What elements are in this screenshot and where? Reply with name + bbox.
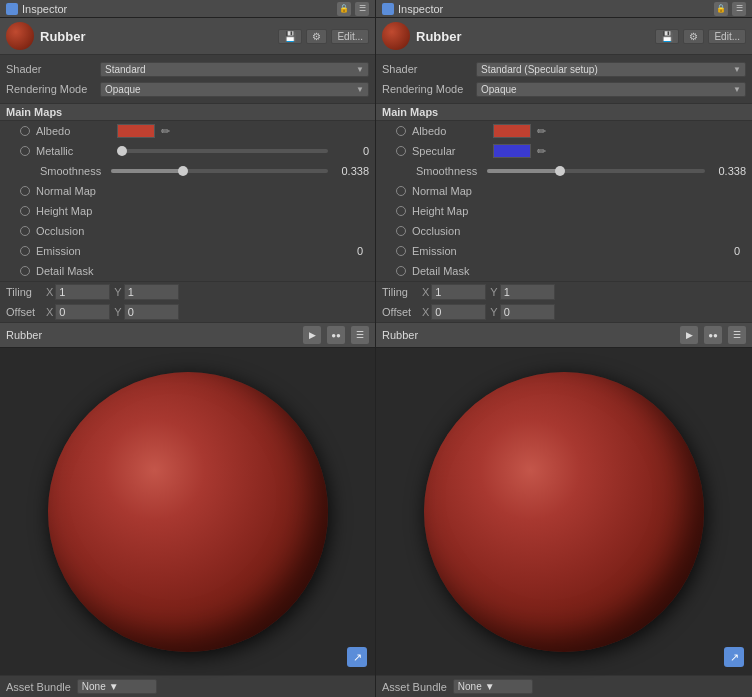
normalmap-label-left: Normal Map (36, 185, 111, 197)
shader-dropdown-right[interactable]: Standard (Specular setup) ▼ (476, 62, 746, 77)
material-settings-btn-right[interactable]: ⚙ (683, 29, 704, 44)
heightmap-label-right: Height Map (412, 205, 487, 217)
material-header-right: Rubber 💾 ⚙ Edit... (376, 18, 752, 55)
tiling-x-input-right[interactable] (431, 284, 486, 300)
detailmask-circle-right (396, 266, 406, 276)
smoothness-label-right: Smoothness (416, 165, 481, 177)
metallic-label-left: Metallic (36, 145, 111, 157)
rendering-dropdown-right[interactable]: Opaque ▼ (476, 82, 746, 97)
tiling-x-input-left[interactable] (55, 284, 110, 300)
tiling-x-field-right: X (422, 284, 486, 300)
asset-bundle-footer-right: Asset Bundle None ▼ (376, 675, 752, 697)
material-edit-btn-left[interactable]: Edit... (331, 29, 369, 44)
albedo-pencil-left[interactable]: ✏ (161, 125, 170, 138)
heightmap-circle-right (396, 206, 406, 216)
lock-icon-left[interactable]: 🔒 (337, 2, 351, 16)
tiling-label-left: Tiling (6, 286, 42, 298)
occlusion-label-right: Occlusion (412, 225, 487, 237)
menu-icon-right[interactable]: ☰ (732, 2, 746, 16)
offset-x-axis-left: X (46, 306, 53, 318)
emission-row-right: Emission 0 (376, 241, 752, 261)
preview-link-icon-left[interactable]: ↗ (347, 647, 367, 667)
smoothness-thumb-left[interactable] (178, 166, 188, 176)
tiling-y-axis-left: Y (114, 286, 121, 298)
albedo-row-right: Albedo ✏ (376, 121, 752, 141)
preview-play-btn-right[interactable]: ▶ (680, 326, 698, 344)
heightmap-circle-left (20, 206, 30, 216)
preview-sphere-left (48, 372, 328, 652)
material-save-btn-right[interactable]: 💾 (655, 29, 679, 44)
albedo-label-right: Albedo (412, 125, 487, 137)
heightmap-row-right: Height Map (376, 201, 752, 221)
asset-bundle-dropdown-right[interactable]: None ▼ (453, 679, 533, 694)
smoothness-slider-left[interactable] (111, 169, 328, 173)
preview-area-left: ↗ (0, 348, 375, 675)
shader-dropdown-left[interactable]: Standard ▼ (100, 62, 369, 77)
specular-label-right: Specular (412, 145, 487, 157)
asset-bundle-footer-left: Asset Bundle None ▼ (0, 675, 375, 697)
offset-x-field-left: X (46, 304, 110, 320)
offset-y-field-left: Y (114, 304, 178, 320)
occlusion-row-right: Occlusion (376, 221, 752, 241)
asset-bundle-dropdown-left[interactable]: None ▼ (77, 679, 157, 694)
material-settings-btn-left[interactable]: ⚙ (306, 29, 327, 44)
specular-pencil-right[interactable]: ✏ (537, 145, 546, 158)
preview-link-icon-right[interactable]: ↗ (724, 647, 744, 667)
detailmask-row-right: Detail Mask (376, 261, 752, 281)
tiling-row-right: Tiling X Y (376, 282, 752, 302)
offset-label-right: Offset (382, 306, 418, 318)
rendering-dropdown-arrow-left: ▼ (356, 85, 364, 94)
detailmask-label-right: Detail Mask (412, 265, 487, 277)
asset-bundle-label-left: Asset Bundle (6, 681, 71, 693)
inspector-title-right: Inspector (398, 3, 710, 15)
asset-bundle-arrow-left: ▼ (109, 681, 119, 692)
occlusion-circle-right (396, 226, 406, 236)
tiling-label-right: Tiling (382, 286, 418, 298)
right-panel: Inspector 🔒 ☰ Rubber 💾 ⚙ Edit... Shader … (376, 0, 752, 697)
specular-swatch-right[interactable] (493, 144, 531, 158)
emission-value-right: 0 (734, 245, 740, 257)
material-sphere-left (6, 22, 34, 50)
preview-menu-btn-left[interactable]: ☰ (351, 326, 369, 344)
normalmap-circle-right (396, 186, 406, 196)
albedo-swatch-left[interactable] (117, 124, 155, 138)
offset-y-input-left[interactable] (124, 304, 179, 320)
preview-play-btn-left[interactable]: ▶ (303, 326, 321, 344)
heightmap-label-left: Height Map (36, 205, 111, 217)
rendering-row-right: Rendering Mode Opaque ▼ (376, 79, 752, 99)
emission-label-right: Emission (412, 245, 487, 257)
smoothness-row-right: Smoothness 0.338 (376, 161, 752, 181)
offset-y-input-right[interactable] (500, 304, 555, 320)
albedo-pencil-right[interactable]: ✏ (537, 125, 546, 138)
main-maps-header-right: Main Maps (376, 103, 752, 121)
albedo-swatch-right[interactable] (493, 124, 531, 138)
occlusion-label-left: Occlusion (36, 225, 111, 237)
preview-dots-btn-right[interactable]: ●● (704, 326, 722, 344)
offset-x-input-left[interactable] (55, 304, 110, 320)
smoothness-fill-right (487, 169, 559, 173)
tiling-y-input-left[interactable] (124, 284, 179, 300)
offset-y-field-right: Y (490, 304, 554, 320)
albedo-row-left: Albedo ✏ (0, 121, 375, 141)
metallic-thumb-left[interactable] (117, 146, 127, 156)
lock-icon-right[interactable]: 🔒 (714, 2, 728, 16)
smoothness-slider-right[interactable] (487, 169, 705, 173)
smoothness-thumb-right[interactable] (555, 166, 565, 176)
material-edit-btn-right[interactable]: Edit... (708, 29, 746, 44)
smoothness-row-left: Smoothness 0.338 (0, 161, 375, 181)
normalmap-circle-left (20, 186, 30, 196)
menu-icon-left[interactable]: ☰ (355, 2, 369, 16)
offset-x-input-right[interactable] (431, 304, 486, 320)
metallic-slider-left[interactable] (117, 149, 328, 153)
material-save-btn-left[interactable]: 💾 (278, 29, 302, 44)
offset-row-left: Offset X Y (0, 302, 375, 322)
shader-label-right: Shader (382, 63, 472, 75)
preview-dots-btn-left[interactable]: ●● (327, 326, 345, 344)
albedo-circle-left (20, 126, 30, 136)
tiling-y-input-right[interactable] (500, 284, 555, 300)
tiling-y-field-left: Y (114, 284, 178, 300)
preview-menu-btn-right[interactable]: ☰ (728, 326, 746, 344)
tiling-row-left: Tiling X Y (0, 282, 375, 302)
rendering-dropdown-left[interactable]: Opaque ▼ (100, 82, 369, 97)
albedo-label-left: Albedo (36, 125, 111, 137)
